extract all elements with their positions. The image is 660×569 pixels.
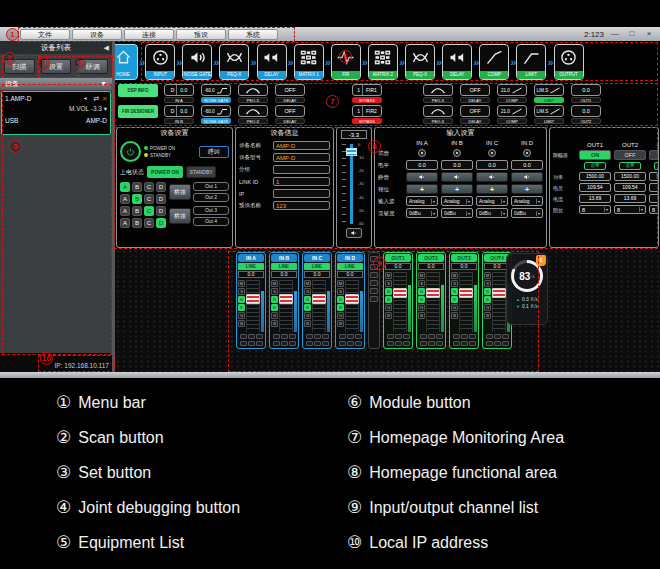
strip-mini-button[interactable]: N bbox=[271, 296, 278, 303]
matrix-btn-a3[interactable]: A bbox=[120, 218, 130, 228]
strip-mini-button[interactable]: E bbox=[271, 304, 278, 311]
standby-button[interactable]: STANDBY bbox=[186, 166, 216, 178]
master-fader[interactable]: 0-10-20-30-40-50-60 bbox=[337, 141, 371, 227]
mute-button[interactable] bbox=[406, 172, 438, 182]
strip-mini-button[interactable]: E bbox=[304, 304, 311, 311]
fader-handle[interactable] bbox=[312, 294, 326, 304]
power-button[interactable] bbox=[120, 141, 141, 162]
strip-button[interactable] bbox=[436, 334, 443, 339]
sync-icon[interactable]: ⇄ bbox=[93, 95, 99, 103]
strip-button[interactable] bbox=[387, 341, 394, 346]
module-peq-x[interactable]: PEQ-X bbox=[219, 44, 249, 80]
channel-value[interactable]: 0.0 bbox=[304, 271, 330, 278]
impedance-select[interactable]: 8▾ bbox=[649, 205, 659, 214]
fader-handle[interactable] bbox=[426, 288, 440, 298]
strip-button[interactable] bbox=[403, 341, 410, 346]
strip-mini-button[interactable]: S bbox=[238, 288, 245, 295]
fader-handle[interactable] bbox=[346, 148, 357, 156]
strip-mini-button[interactable]: G bbox=[385, 304, 392, 311]
menu-item-1[interactable]: 设备 bbox=[72, 29, 122, 40]
channel-fader[interactable]: MSNEGB bbox=[271, 279, 297, 333]
strip-mini-button[interactable]: M bbox=[385, 272, 392, 279]
strip-button[interactable] bbox=[395, 334, 402, 339]
source-select[interactable]: Analog▾ bbox=[511, 196, 543, 206]
strip-button[interactable] bbox=[403, 334, 410, 339]
strip-button[interactable] bbox=[314, 341, 321, 346]
scan-button[interactable]: 扫描 bbox=[4, 59, 35, 74]
fader-handle[interactable] bbox=[393, 288, 407, 298]
info-value[interactable] bbox=[273, 189, 330, 198]
sensitivity-select[interactable]: 0dBu▾ bbox=[441, 208, 473, 218]
level-value[interactable]: 0.0 bbox=[441, 160, 473, 170]
info-value[interactable]: 123 bbox=[273, 201, 330, 210]
source-select[interactable]: Analog▾ bbox=[441, 196, 473, 206]
matrix-btn-b0[interactable]: B bbox=[132, 182, 142, 192]
module-fir[interactable]: FIR bbox=[331, 44, 361, 80]
monitor-cell-delay[interactable]: OFFDELAY bbox=[460, 105, 490, 124]
strip-button[interactable] bbox=[240, 341, 247, 346]
strip-mini-button[interactable]: N bbox=[238, 296, 245, 303]
strip-button[interactable] bbox=[453, 334, 460, 339]
call-button[interactable]: 呼叫 bbox=[199, 146, 229, 158]
strip-button[interactable] bbox=[322, 334, 329, 339]
matrix-btn-d2[interactable]: D bbox=[156, 206, 166, 216]
strip-button[interactable] bbox=[256, 341, 263, 346]
strip-mini-button[interactable]: N bbox=[418, 288, 425, 295]
master-volume-row[interactable]: M.VOL -3.3 ▾ bbox=[5, 105, 107, 113]
strip-button[interactable] bbox=[395, 341, 402, 346]
sensitivity-select[interactable]: 0dBu▾ bbox=[476, 208, 508, 218]
module-matrix-2[interactable]: MATRIX 2 bbox=[368, 44, 398, 80]
channel-strip-ind[interactable]: IN DLINE0.0MSNEGB bbox=[335, 252, 365, 349]
strip-button[interactable] bbox=[240, 334, 247, 339]
strip-mini-button[interactable]: E bbox=[337, 304, 344, 311]
strip-button[interactable] bbox=[314, 334, 321, 339]
level-value[interactable]: 0.0 bbox=[476, 160, 508, 170]
channel-strip-out1[interactable]: OUT10.0MSNEGB bbox=[383, 252, 413, 349]
strip-button[interactable] bbox=[428, 334, 435, 339]
strip-button[interactable] bbox=[494, 341, 501, 346]
sensitivity-select[interactable]: 0dBu▾ bbox=[406, 208, 438, 218]
collapsed-strip-button[interactable] bbox=[370, 280, 378, 286]
matrix-btn-d1[interactable]: D bbox=[156, 194, 166, 204]
limiter-state-out2[interactable]: OFF bbox=[614, 150, 646, 160]
channel-value[interactable]: 0.0 bbox=[337, 271, 363, 278]
strip-mini-button[interactable]: B bbox=[385, 312, 392, 319]
monitor-cell-noise-gate[interactable]: -60.0NOISE GATE bbox=[201, 105, 231, 124]
strip-mini-button[interactable]: B bbox=[271, 320, 278, 327]
collapsed-strip-button[interactable] bbox=[370, 272, 378, 278]
strip-mini-button[interactable]: M bbox=[418, 272, 425, 279]
strip-mini-button[interactable]: G bbox=[337, 312, 344, 319]
strip-button[interactable] bbox=[420, 341, 427, 346]
joint-debug-button[interactable]: 联调 bbox=[77, 59, 108, 74]
strip-mini-button[interactable]: E bbox=[484, 296, 491, 303]
collapsed-strip-button[interactable] bbox=[370, 256, 378, 262]
strip-mini-button[interactable]: B bbox=[238, 320, 245, 327]
strip-mini-button[interactable]: N bbox=[337, 296, 344, 303]
strip-button[interactable] bbox=[502, 341, 509, 346]
menu-item-3[interactable]: 预设 bbox=[176, 29, 226, 40]
collapsed-strip-button[interactable] bbox=[370, 264, 378, 270]
line-button[interactable]: LINE bbox=[238, 263, 264, 270]
strip-mini-button[interactable]: N bbox=[484, 288, 491, 295]
strip-mini-button[interactable]: M bbox=[304, 280, 311, 287]
test-tone-indicator[interactable] bbox=[406, 148, 438, 158]
strip-button[interactable] bbox=[347, 334, 354, 339]
strip-button[interactable] bbox=[428, 341, 435, 346]
module-limit[interactable]: LIMIT bbox=[516, 44, 546, 80]
strip-mini-button[interactable]: M bbox=[337, 280, 344, 287]
strip-button[interactable] bbox=[469, 341, 476, 346]
collapse-icon[interactable]: ◀ bbox=[104, 41, 109, 54]
strip-button[interactable] bbox=[273, 341, 280, 346]
strip-mini-button[interactable]: E bbox=[418, 296, 425, 303]
test-tone-indicator[interactable] bbox=[511, 148, 543, 158]
strip-mini-button[interactable]: N bbox=[451, 288, 458, 295]
strip-button[interactable] bbox=[281, 334, 288, 339]
monitor-cell-peq-x[interactable]: PEQ-X bbox=[238, 105, 268, 124]
monitor-cell-comp[interactable]: 21.0COMP bbox=[497, 105, 527, 124]
strip-button[interactable] bbox=[453, 341, 460, 346]
strip-mini-button[interactable]: B bbox=[304, 320, 311, 327]
bridge-button[interactable]: 桥接 bbox=[169, 208, 191, 224]
strip-button[interactable] bbox=[355, 341, 362, 346]
fader-handle[interactable] bbox=[246, 294, 260, 304]
strip-mini-button[interactable]: E bbox=[451, 296, 458, 303]
